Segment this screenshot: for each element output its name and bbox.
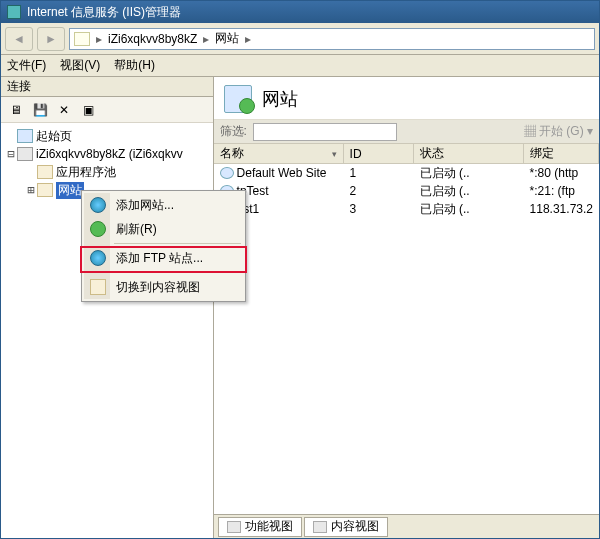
window-title: Internet 信息服务 (IIS)管理器 — [27, 4, 181, 21]
filter-label: 筛选: — [220, 123, 247, 140]
breadcrumb-server[interactable]: iZi6xqkvv8by8kZ — [108, 32, 197, 46]
home-icon — [17, 129, 33, 143]
app-icon — [7, 5, 21, 19]
save-button[interactable]: 💾 — [29, 100, 51, 120]
title-bar: Internet 信息服务 (IIS)管理器 — [1, 1, 599, 23]
col-state[interactable]: 状态 — [414, 144, 524, 163]
tree-apppool-label: 应用程序池 — [56, 164, 116, 181]
menu-bar: 文件(F) 视图(V) 帮助(H) — [1, 55, 599, 77]
main-body: 连接 🖥 💾 ✕ ▣ 起始页 ⊟ iZi6xqkvv8by8kZ (iZi6xq… — [1, 77, 599, 538]
menu-separator — [114, 272, 241, 273]
go-dropdown[interactable]: ▦ 开始 (G) ▾ — [524, 123, 593, 140]
menu-file[interactable]: 文件(F) — [7, 57, 46, 74]
tree-server[interactable]: ⊟ iZi6xqkvv8by8kZ (iZi6xqkvv — [1, 145, 213, 163]
page-title: 网站 — [262, 87, 298, 111]
back-button[interactable]: ◄ — [5, 27, 33, 51]
tree-server-label: iZi6xqkvv8by8kZ (iZi6xqkvv — [36, 147, 183, 161]
context-menu: 添加网站... 刷新(R) 添加 FTP 站点... 切换到内容视图 — [81, 190, 246, 302]
tree-sites-label: 网站 — [56, 182, 84, 199]
breadcrumb-sep: ▸ — [203, 32, 209, 46]
menu-add-ftp[interactable]: 添加 FTP 站点... — [84, 246, 243, 270]
delete-button[interactable]: ✕ — [53, 100, 75, 120]
menu-separator — [114, 243, 241, 244]
breadcrumb-sep: ▸ — [96, 32, 102, 46]
nav-toolbar: ◄ ► ▸ iZi6xqkvv8by8kZ ▸ 网站 ▸ — [1, 23, 599, 55]
view-tabs: 功能视图 内容视图 — [214, 514, 599, 538]
tree-apppool[interactable]: 应用程序池 — [1, 163, 213, 181]
menu-help[interactable]: 帮助(H) — [114, 57, 155, 74]
breadcrumb-sep: ▸ — [245, 32, 251, 46]
forward-button[interactable]: ► — [37, 27, 65, 51]
up-button[interactable]: ▣ — [77, 100, 99, 120]
globe-icon — [90, 197, 106, 213]
table-row[interactable]: tpTest2已启动 (..*:21: (ftp — [214, 182, 599, 200]
menu-view[interactable]: 视图(V) — [60, 57, 100, 74]
connections-toolbar: 🖥 💾 ✕ ▣ — [1, 97, 213, 123]
content-panel: 网站 筛选: ▦ 开始 (G) ▾ 名称 ID 状态 绑定 Default We… — [214, 77, 599, 538]
apppool-icon — [37, 165, 53, 179]
tab-features[interactable]: 功能视图 — [218, 517, 302, 537]
refresh-icon — [90, 221, 106, 237]
col-binding[interactable]: 绑定 — [524, 144, 599, 163]
filter-bar: 筛选: ▦ 开始 (G) ▾ — [214, 120, 599, 144]
expander-icon[interactable]: ⊞ — [25, 183, 37, 197]
connections-tree[interactable]: 起始页 ⊟ iZi6xqkvv8by8kZ (iZi6xqkvv 应用程序池 ⊞… — [1, 123, 213, 538]
grid-body: Default Web Site1已启动 (..*:80 (httptpTest… — [214, 164, 599, 218]
col-id[interactable]: ID — [344, 144, 414, 163]
filter-input[interactable] — [253, 123, 397, 141]
content-icon — [313, 521, 327, 533]
tree-root[interactable]: 起始页 — [1, 127, 213, 145]
tree-root-label: 起始页 — [36, 128, 72, 145]
grid-header[interactable]: 名称 ID 状态 绑定 — [214, 144, 599, 164]
tab-content[interactable]: 内容视图 — [304, 517, 388, 537]
sites-icon — [37, 183, 53, 197]
expander-icon[interactable]: ⊟ — [5, 147, 17, 161]
breadcrumb-node[interactable]: 网站 — [215, 30, 239, 47]
menu-refresh[interactable]: 刷新(R) — [84, 217, 243, 241]
connections-panel: 连接 🖥 💾 ✕ ▣ 起始页 ⊟ iZi6xqkvv8by8kZ (iZi6xq… — [1, 77, 214, 538]
connect-button[interactable]: 🖥 — [5, 100, 27, 120]
table-row[interactable]: Default Web Site1已启动 (..*:80 (http — [214, 164, 599, 182]
col-name[interactable]: 名称 — [214, 144, 344, 163]
table-row[interactable]: est13已启动 (..118.31.73.2 — [214, 200, 599, 218]
globe-icon — [90, 250, 106, 266]
features-icon — [227, 521, 241, 533]
address-box[interactable]: ▸ iZi6xqkvv8by8kZ ▸ 网站 ▸ — [69, 28, 595, 50]
menu-add-site[interactable]: 添加网站... — [84, 193, 243, 217]
content-view-icon — [90, 279, 106, 295]
site-icon — [220, 167, 234, 179]
folder-icon — [74, 32, 90, 46]
server-icon — [17, 147, 33, 161]
sites-grid: 名称 ID 状态 绑定 Default Web Site1已启动 (..*:80… — [214, 144, 599, 514]
content-header: 网站 — [214, 77, 599, 120]
sites-large-icon — [224, 85, 252, 113]
menu-content-view[interactable]: 切换到内容视图 — [84, 275, 243, 299]
connections-header: 连接 — [1, 77, 213, 97]
